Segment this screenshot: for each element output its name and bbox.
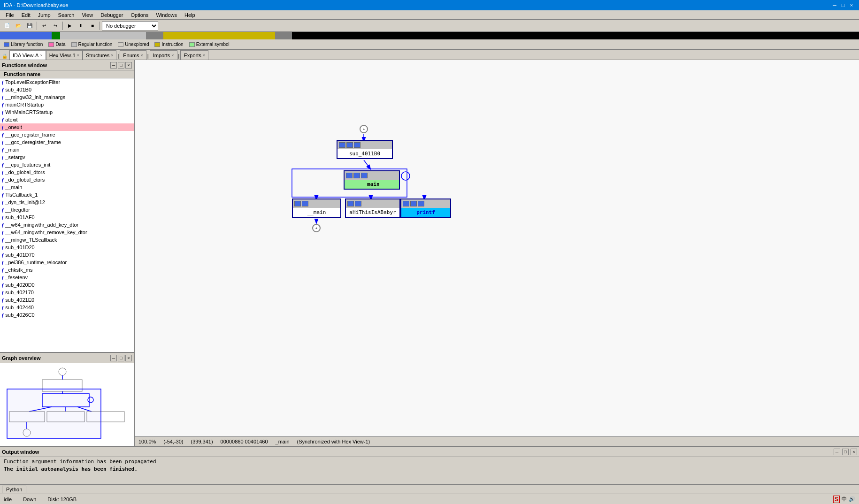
main-tab-hex-view-1[interactable]: Hex View-1× bbox=[46, 50, 83, 60]
minimize-button[interactable]: ─ bbox=[831, 1, 838, 9]
menu-item-debugger[interactable]: Debugger bbox=[97, 11, 127, 19]
tab-close-btn[interactable]: × bbox=[203, 53, 205, 58]
legend-color-box bbox=[48, 42, 54, 47]
function-icon: f bbox=[2, 222, 3, 228]
tab-close-btn[interactable]: × bbox=[77, 53, 79, 58]
status-mode: idle bbox=[4, 496, 12, 502]
overview-close-btn[interactable]: × bbox=[125, 355, 132, 361]
function-icon: f bbox=[2, 140, 3, 145]
graph-view[interactable]: + sub_4011B0 bbox=[135, 60, 859, 436]
fn-list-item[interactable]: f__cpu_features_init bbox=[0, 161, 134, 168]
close-button[interactable]: × bbox=[848, 1, 855, 9]
function-name: __gcc_register_frame bbox=[5, 132, 55, 137]
menu-item-help[interactable]: Help bbox=[181, 11, 199, 19]
tab-close-btn[interactable]: × bbox=[40, 53, 42, 58]
main-tab-structures[interactable]: Structures× bbox=[83, 50, 116, 60]
node-dunder-main-label: __main bbox=[293, 208, 340, 217]
main-tab-ida-view-a[interactable]: IDA View-A× bbox=[9, 50, 46, 60]
output-restore-btn[interactable]: □ bbox=[842, 449, 849, 455]
new-btn[interactable]: 📄 bbox=[2, 21, 12, 31]
fn-list-item[interactable]: f_pei386_runtime_relocator bbox=[0, 259, 134, 266]
tab-close-btn[interactable]: × bbox=[111, 53, 113, 58]
tab-close-btn[interactable]: × bbox=[171, 53, 174, 58]
undo-btn[interactable]: ↩ bbox=[39, 21, 49, 31]
fn-list-item[interactable]: f_do_global_ctors bbox=[0, 176, 134, 183]
menu-item-jump[interactable]: Jump bbox=[34, 11, 54, 19]
menu-item-file[interactable]: File bbox=[2, 11, 18, 19]
fn-list-item[interactable]: f__w64_mingwthr_remove_key_dtor bbox=[0, 229, 134, 236]
fn-list-item[interactable]: f_setargv bbox=[0, 153, 134, 161]
node-main[interactable]: _main bbox=[344, 170, 400, 190]
main-tab-imports[interactable]: Imports× bbox=[150, 50, 177, 60]
overview-minimize-btn[interactable]: ─ bbox=[110, 355, 117, 361]
sidebar-restore-btn[interactable]: □ bbox=[118, 62, 124, 69]
node-sub-4011B0[interactable]: sub_4011B0 bbox=[337, 140, 393, 159]
function-icon: f bbox=[2, 80, 3, 85]
menu-item-options[interactable]: Options bbox=[127, 11, 152, 19]
fn-list-item[interactable]: f_chkstk_ms bbox=[0, 266, 134, 274]
fn-list-item[interactable]: fsub_401D20 bbox=[0, 244, 134, 251]
sidebar-minimize-btn[interactable]: ─ bbox=[110, 62, 117, 69]
redo-btn[interactable]: ↪ bbox=[50, 21, 61, 31]
debugger-dropdown[interactable]: No debugger bbox=[102, 21, 158, 31]
node-main-label: _main bbox=[345, 180, 399, 189]
function-name: sub_401B0 bbox=[5, 87, 31, 92]
tab-close-btn[interactable]: × bbox=[141, 53, 143, 58]
fn-list-item[interactable]: f_fesetenv bbox=[0, 274, 134, 281]
python-tab[interactable]: Python bbox=[2, 486, 26, 493]
open-btn[interactable]: 📂 bbox=[13, 21, 23, 31]
fn-list-item[interactable]: fsub_4020D0 bbox=[0, 281, 134, 289]
pause-btn[interactable]: ⏸ bbox=[76, 21, 86, 31]
fn-list-item[interactable]: f__mingw_TLScallback bbox=[0, 236, 134, 244]
fn-list-item[interactable]: fsub_401AF0 bbox=[0, 214, 134, 221]
fn-list-item[interactable]: f__main bbox=[0, 183, 134, 191]
overview-restore-btn[interactable]: □ bbox=[118, 355, 124, 361]
fn-list-item[interactable]: f__mingw32_init_mainargs bbox=[0, 93, 134, 101]
menu-item-windows[interactable]: Windows bbox=[152, 11, 181, 19]
menu-item-edit[interactable]: Edit bbox=[18, 11, 34, 19]
function-icon: f bbox=[2, 95, 3, 100]
function-icon: f bbox=[2, 147, 3, 153]
restore-button[interactable]: □ bbox=[839, 1, 847, 9]
save-btn[interactable]: 💾 bbox=[24, 21, 35, 31]
progress-segment bbox=[52, 32, 60, 39]
main-tab-exports[interactable]: Exports× bbox=[180, 50, 208, 60]
main-tab-enums[interactable]: Enums× bbox=[120, 50, 146, 60]
fn-list-item[interactable]: fsub_401B0 bbox=[0, 86, 134, 93]
node-histring[interactable]: aHiThisIsABabyr bbox=[345, 199, 400, 218]
fn-list-item[interactable]: f_onexit bbox=[0, 123, 134, 131]
function-name: _pei386_runtime_relocator bbox=[5, 260, 67, 265]
fn-list-item[interactable]: fsub_4026C0 bbox=[0, 311, 134, 319]
fn-list-item[interactable]: fsub_402440 bbox=[0, 304, 134, 311]
svg-rect-13 bbox=[7, 389, 101, 438]
fn-list-item[interactable]: fWinMainCRTStartup bbox=[0, 108, 134, 116]
stop-btn[interactable]: ■ bbox=[87, 21, 98, 31]
fn-list-item[interactable]: fsub_402170 bbox=[0, 289, 134, 296]
fn-list-item[interactable]: fsub_401D70 bbox=[0, 251, 134, 259]
menu-item-view[interactable]: View bbox=[78, 11, 97, 19]
node-dunder-main[interactable]: __main bbox=[292, 199, 341, 218]
function-icon: f bbox=[2, 155, 3, 160]
node-printf[interactable]: printf bbox=[400, 199, 451, 218]
fn-list-item[interactable]: fTlsCallback_1 bbox=[0, 191, 134, 199]
fn-list-item[interactable]: fsub_4021E0 bbox=[0, 296, 134, 304]
output-close-btn[interactable]: × bbox=[851, 449, 857, 455]
function-name: __w64_mingwthr_remove_key_dtor bbox=[5, 229, 87, 235]
fn-list-item[interactable]: f__gcc_deregister_frame bbox=[0, 138, 134, 146]
status-cursor: (399,341) bbox=[191, 439, 213, 444]
fn-list-item[interactable]: fmainCRTStartup bbox=[0, 101, 134, 108]
sidebar-close-btn[interactable]: × bbox=[125, 62, 132, 69]
function-name: sub_401D70 bbox=[5, 252, 34, 258]
fn-list-item[interactable]: f_do_global_dtors bbox=[0, 168, 134, 176]
output-min-btn[interactable]: ─ bbox=[834, 449, 840, 455]
fn-list-item[interactable]: f__tlregdtor bbox=[0, 206, 134, 214]
menu-item-search[interactable]: Search bbox=[54, 11, 78, 19]
fn-list-item[interactable]: f_dyn_tls_init@12 bbox=[0, 199, 134, 206]
fn-list-item[interactable]: fatexit bbox=[0, 116, 134, 123]
fn-list-item[interactable]: f__w64_mingwthr_add_key_dtor bbox=[0, 221, 134, 229]
run-btn[interactable]: ▶ bbox=[65, 21, 75, 31]
fn-list-item[interactable]: fTopLevelExceptionFilter bbox=[0, 78, 134, 86]
title-controls: ─ □ × bbox=[831, 1, 855, 9]
fn-list-item[interactable]: f__gcc_register_frame bbox=[0, 131, 134, 138]
fn-list-item[interactable]: f_main bbox=[0, 146, 134, 153]
